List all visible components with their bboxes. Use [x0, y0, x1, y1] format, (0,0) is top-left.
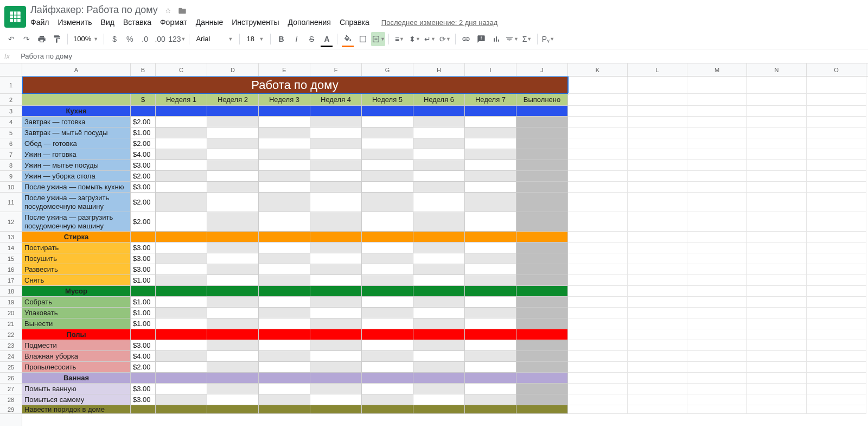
last-edit-link[interactable]: Последнее изменение: 2 дня назад	[381, 18, 497, 27]
cell[interactable]	[362, 264, 413, 275]
cell[interactable]	[310, 149, 362, 160]
cell[interactable]	[413, 275, 465, 286]
cell[interactable]	[413, 405, 465, 414]
cell[interactable]: Неделя 3	[259, 94, 310, 106]
cell[interactable]	[628, 242, 687, 253]
cell[interactable]	[568, 160, 628, 171]
select-all-corner[interactable]	[0, 63, 22, 76]
cell[interactable]	[207, 117, 259, 127]
cell[interactable]	[310, 106, 362, 117]
cell[interactable]	[807, 362, 866, 373]
cell[interactable]: $2.00	[131, 362, 156, 373]
cell[interactable]	[362, 212, 413, 232]
cell[interactable]	[156, 253, 207, 264]
cell[interactable]	[687, 193, 747, 212]
col-header-J[interactable]: J	[516, 63, 568, 76]
cell[interactable]	[465, 286, 516, 297]
row-header-21[interactable]: 21	[0, 318, 22, 329]
cell[interactable]	[310, 394, 362, 405]
cell[interactable]	[687, 212, 747, 232]
cell[interactable]	[259, 286, 310, 297]
row-header-20[interactable]: 20	[0, 308, 22, 318]
cell[interactable]	[259, 297, 310, 308]
cell[interactable]	[207, 182, 259, 193]
cell[interactable]	[807, 340, 866, 351]
cell[interactable]	[362, 160, 413, 171]
row-header-9[interactable]: 9	[0, 171, 22, 182]
cell[interactable]	[259, 384, 310, 394]
cell[interactable]	[628, 232, 687, 242]
cell[interactable]	[207, 318, 259, 329]
cell[interactable]	[362, 117, 413, 127]
cell[interactable]	[362, 286, 413, 297]
cell[interactable]	[516, 212, 568, 232]
cell[interactable]	[465, 160, 516, 171]
cell[interactable]	[465, 193, 516, 212]
cell[interactable]	[628, 138, 687, 149]
row-header-18[interactable]: 18	[0, 286, 22, 297]
cell[interactable]: Упаковать	[22, 308, 131, 318]
cell[interactable]	[516, 362, 568, 373]
cell[interactable]	[259, 242, 310, 253]
cell[interactable]: $3.00	[131, 253, 156, 264]
cell[interactable]	[568, 351, 628, 362]
cell[interactable]	[207, 405, 259, 414]
cell[interactable]	[310, 232, 362, 242]
cell[interactable]	[568, 253, 628, 264]
cell[interactable]: После ужина — загрузить посудомоечную ма…	[22, 193, 131, 212]
col-header-K[interactable]: K	[568, 63, 628, 76]
cell[interactable]: Вынести	[22, 318, 131, 329]
cell[interactable]	[568, 297, 628, 308]
cell[interactable]: $1.00	[131, 127, 156, 138]
cell[interactable]	[516, 127, 568, 138]
cell[interactable]: После ужина — помыть кухню	[22, 182, 131, 193]
row-header-1[interactable]: 1	[0, 76, 22, 94]
cell[interactable]	[516, 340, 568, 351]
cell[interactable]	[207, 340, 259, 351]
increase-decimal-button[interactable]: .00	[153, 32, 167, 46]
cell[interactable]	[628, 76, 687, 94]
cell[interactable]	[156, 318, 207, 329]
cell[interactable]	[687, 76, 747, 94]
cell[interactable]	[465, 106, 516, 117]
cell[interactable]	[465, 127, 516, 138]
col-header-L[interactable]: L	[628, 63, 687, 76]
cell[interactable]	[207, 329, 259, 340]
cell[interactable]	[628, 318, 687, 329]
cell[interactable]	[156, 351, 207, 362]
cell[interactable]	[259, 171, 310, 182]
cell[interactable]: $3.00	[131, 242, 156, 253]
cell[interactable]	[362, 171, 413, 182]
cell[interactable]	[568, 212, 628, 232]
cell[interactable]	[156, 340, 207, 351]
cell[interactable]	[156, 275, 207, 286]
cell[interactable]	[628, 171, 687, 182]
cell[interactable]	[687, 232, 747, 242]
font-select[interactable]: Arial▼	[193, 35, 236, 43]
cell[interactable]	[807, 76, 866, 94]
cell[interactable]	[568, 362, 628, 373]
cell[interactable]	[156, 264, 207, 275]
cell[interactable]	[413, 351, 465, 362]
col-header-F[interactable]: F	[310, 63, 362, 76]
cell[interactable]	[156, 308, 207, 318]
cell[interactable]	[413, 182, 465, 193]
cell[interactable]	[207, 394, 259, 405]
cell[interactable]: $1.00	[131, 275, 156, 286]
cell[interactable]	[310, 405, 362, 414]
cell[interactable]	[687, 182, 747, 193]
cell[interactable]	[628, 106, 687, 117]
cell[interactable]	[747, 76, 807, 94]
cell[interactable]	[628, 94, 687, 106]
cell[interactable]	[259, 394, 310, 405]
menu-формат[interactable]: Формат	[160, 18, 187, 27]
cell[interactable]	[516, 253, 568, 264]
cell[interactable]	[628, 329, 687, 340]
cell[interactable]	[807, 308, 866, 318]
cell[interactable]	[310, 329, 362, 340]
cell[interactable]	[465, 117, 516, 127]
cell[interactable]: $2.00	[131, 193, 156, 212]
cell[interactable]	[465, 318, 516, 329]
cell[interactable]	[310, 362, 362, 373]
fill-color-button[interactable]	[341, 32, 355, 46]
